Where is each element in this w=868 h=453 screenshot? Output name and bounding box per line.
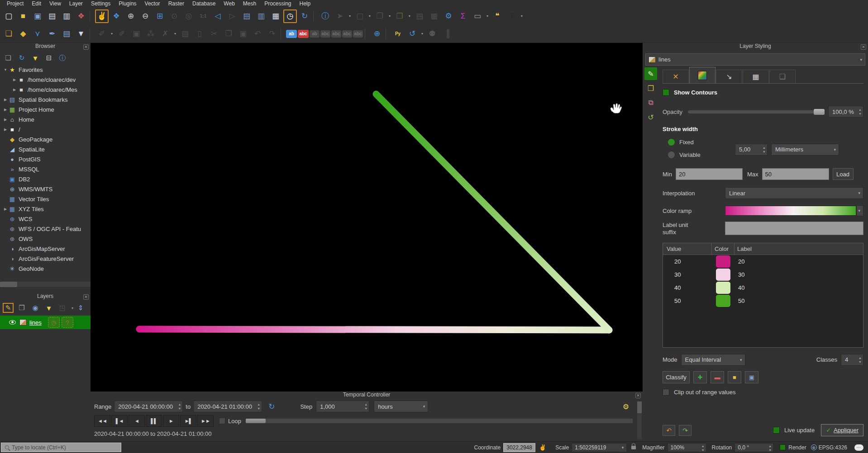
menu-view[interactable]: View: [45, 0, 65, 7]
filter-by-expression-icon[interactable]: ◳: [57, 303, 68, 313]
skip-to-start-button[interactable]: ▌◄: [111, 415, 128, 427]
bookmark-manager-icon[interactable]: ▦: [269, 9, 282, 23]
range-end-input[interactable]: 2020-04-21 01:00:00 ▲▼: [193, 401, 262, 412]
browser-item-spatial-bookmarks[interactable]: ▶ ▤ Spatial Bookmarks: [0, 94, 91, 104]
measure-icon[interactable]: ▭: [471, 9, 484, 23]
browser-item-geonode[interactable]: ✳ GeoNode: [0, 264, 91, 274]
class-value[interactable]: 50: [663, 297, 712, 304]
map-tips-icon[interactable]: ❝: [491, 9, 504, 23]
close-icon[interactable]: ✕: [635, 393, 641, 398]
tab-contours[interactable]: [689, 67, 715, 83]
browser-properties-icon[interactable]: ⓘ: [57, 53, 68, 63]
apply-button[interactable]: ✓ Appliquer: [821, 424, 863, 436]
expand-arrow-icon[interactable]: ▶: [3, 108, 8, 112]
menu-processing[interactable]: Processing: [260, 0, 295, 7]
class-label[interactable]: 50: [734, 297, 863, 304]
new-virtual-layer-icon[interactable]: ▼: [74, 27, 88, 41]
run-feature-action-icon[interactable]: ➤: [333, 9, 347, 23]
browser-item-ows[interactable]: ⊕ OWS: [0, 234, 91, 244]
cut-features-icon[interactable]: ✂: [207, 27, 221, 41]
tab-vectors[interactable]: ↘: [716, 70, 742, 83]
rewind-button[interactable]: ◄◄: [94, 415, 110, 427]
skip-to-end-button[interactable]: ►▌: [180, 415, 196, 427]
browser-item-wms[interactable]: ⊕ WMS/WMTS: [0, 184, 91, 194]
pan-map-icon[interactable]: ✌: [95, 9, 109, 23]
toolbar-separator[interactable]: [90, 10, 93, 22]
menu-mesh[interactable]: Mesh: [239, 0, 260, 7]
collapse-all-icon[interactable]: ⊟: [43, 53, 54, 63]
layer-name[interactable]: lines: [29, 319, 42, 326]
table-row[interactable]: 40 40: [663, 281, 863, 294]
remove-class-button[interactable]: ▬: [711, 371, 724, 383]
load-ramp-button[interactable]: ■: [728, 371, 741, 383]
expand-arrow-icon[interactable]: ▶: [3, 98, 8, 102]
browser-item-geopackage[interactable]: ◆ GeoPackage: [0, 134, 91, 144]
toolbar-separator[interactable]: [281, 28, 284, 40]
loop-checkbox[interactable]: [219, 418, 225, 424]
close-icon[interactable]: ✕: [861, 44, 866, 50]
filter-legend-icon[interactable]: ▼: [43, 303, 54, 313]
max-input[interactable]: 50: [762, 168, 829, 180]
dropdown-arrow-icon[interactable]: ▾: [387, 9, 392, 23]
toolbar-separator[interactable]: [386, 28, 389, 40]
add-group-icon[interactable]: ❐: [16, 303, 27, 313]
datasource-manager-icon[interactable]: ❏: [2, 27, 15, 41]
digitize-icon[interactable]: ⁂: [144, 27, 157, 41]
tab-averaging[interactable]: ❏: [769, 70, 796, 83]
fixed-radio[interactable]: [668, 139, 675, 146]
symbology-tab-icon[interactable]: ✎: [644, 67, 657, 80]
label-tool-icon[interactable]: abc: [342, 30, 352, 38]
plugin-bug-icon[interactable]: ⚉: [425, 27, 439, 41]
delete-selected-icon[interactable]: ▯: [193, 27, 206, 41]
new-geopackage-icon[interactable]: ◆: [16, 27, 30, 41]
undo-icon[interactable]: ↶: [251, 27, 264, 41]
expand-arrow-icon[interactable]: ▶: [12, 78, 17, 82]
color-ramp-dropdown-icon[interactable]: [856, 205, 863, 216]
zoom-next-icon[interactable]: ▷: [225, 9, 239, 23]
deselect-all-icon[interactable]: ❒: [393, 9, 406, 23]
zoom-last-icon[interactable]: ◁: [211, 9, 224, 23]
label-tool-icon[interactable]: abc: [353, 30, 363, 38]
rotation-spinbox[interactable]: 0,0 ° ▲▼: [734, 443, 773, 452]
zoom-native-icon[interactable]: 1:1: [196, 9, 210, 23]
dropdown-arrow-icon[interactable]: ▾: [407, 9, 412, 23]
elevation-tab-icon[interactable]: ⧉: [644, 96, 657, 109]
identify-features-icon[interactable]: ⓘ: [319, 9, 332, 23]
classes-spinbox[interactable]: 4 ▲▼: [841, 354, 863, 366]
map-canvas[interactable]: [91, 43, 643, 392]
menu-edit[interactable]: Edit: [28, 0, 45, 7]
dropdown-arrow-icon[interactable]: ▾: [71, 303, 74, 313]
dropdown-arrow-icon[interactable]: ▾: [420, 27, 424, 41]
layer-labeling-icon[interactable]: ab: [286, 30, 297, 38]
dropdown-arrow-icon[interactable]: ▾: [348, 9, 352, 23]
label-tool-icon[interactable]: abc: [320, 30, 330, 38]
scale-select[interactable]: 1:502259119: [572, 443, 627, 452]
tab-mesh-settings[interactable]: ✕: [663, 70, 689, 83]
column-header-color[interactable]: Color: [712, 243, 734, 255]
class-color-swatch[interactable]: [716, 295, 730, 307]
new-shapefile-icon[interactable]: ⋎: [31, 27, 44, 41]
show-bookmarks-icon[interactable]: ▥: [254, 9, 268, 23]
menu-vector[interactable]: Vector: [141, 0, 164, 7]
help-badge-icon[interactable]: ?: [62, 317, 73, 328]
pause-button[interactable]: ▌▌: [146, 415, 162, 427]
expand-arrow-icon[interactable]: ▶: [12, 88, 17, 92]
save-edits-icon[interactable]: ▣: [129, 27, 143, 41]
browser-item-home-dev[interactable]: ▶ ■ /home/cloarec/dev: [0, 75, 91, 85]
variable-radio[interactable]: [668, 151, 675, 158]
lock-icon[interactable]: [631, 446, 636, 449]
render-checkbox[interactable]: [780, 444, 786, 450]
class-color-swatch[interactable]: [716, 269, 730, 281]
class-value[interactable]: 20: [663, 258, 712, 265]
spinner-arrows-icon[interactable]: ▲▼: [858, 108, 862, 116]
new-mesh-icon[interactable]: ▤: [60, 27, 73, 41]
dropdown-arrow-icon[interactable]: ▾: [367, 9, 372, 23]
time-slider[interactable]: [246, 419, 633, 423]
browser-item-vector-tiles[interactable]: ▦ Vector Tiles: [0, 194, 91, 204]
spinner-arrows-icon[interactable]: ▲▼: [858, 356, 862, 364]
3d-view-tab-icon[interactable]: ❒: [644, 82, 657, 94]
stroke-width-spinbox[interactable]: 5,00 ▲▼: [735, 144, 768, 156]
class-color-swatch[interactable]: [716, 282, 730, 294]
label-tool-icon[interactable]: ab: [310, 30, 320, 38]
show-contours-checkbox[interactable]: [663, 89, 669, 96]
